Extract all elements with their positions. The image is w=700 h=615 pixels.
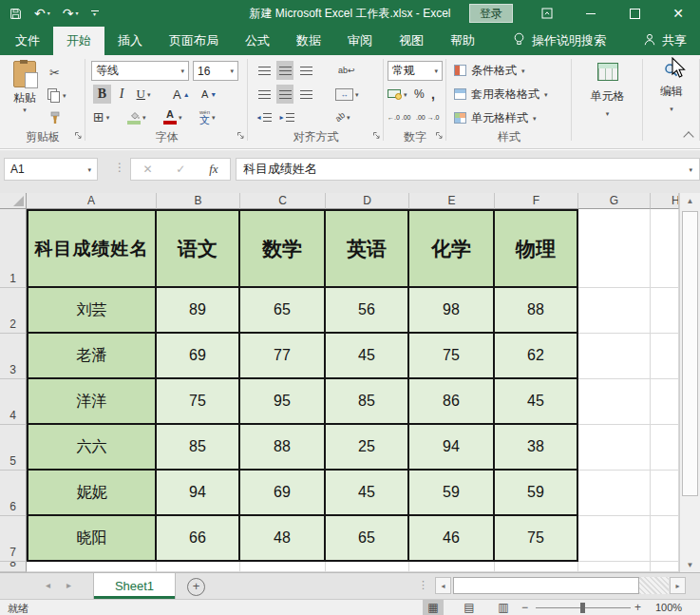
tell-me-search[interactable]: 操作说明搜索 bbox=[513, 27, 606, 55]
tab-data[interactable]: 数据 bbox=[283, 27, 334, 55]
cell-E4[interactable]: 86 bbox=[409, 379, 495, 425]
cell-H7[interactable] bbox=[651, 516, 679, 562]
fill-color-button[interactable]: ▾ bbox=[127, 107, 146, 126]
horizontal-scroll-thumb[interactable] bbox=[453, 577, 639, 594]
tab-file[interactable]: 文件 bbox=[2, 27, 53, 55]
cell-C4[interactable]: 95 bbox=[240, 379, 326, 425]
cell-B5[interactable]: 85 bbox=[157, 425, 240, 471]
view-page-break-icon[interactable]: ▥ bbox=[493, 600, 514, 615]
cell-E5[interactable]: 94 bbox=[409, 425, 495, 471]
orientation-button[interactable]: ab▾ bbox=[335, 107, 350, 126]
collapse-ribbon-button[interactable] bbox=[685, 133, 692, 141]
cell-B8[interactable] bbox=[157, 562, 240, 572]
ribbon-display-options-icon[interactable] bbox=[525, 0, 569, 27]
tab-formulas[interactable]: 公式 bbox=[232, 27, 283, 55]
cell-D2[interactable]: 56 bbox=[326, 288, 409, 334]
cell-B7[interactable]: 66 bbox=[157, 516, 240, 562]
cell-H3[interactable] bbox=[651, 334, 679, 379]
cell-G1[interactable] bbox=[578, 209, 651, 288]
redo-button[interactable]: ↷▾ bbox=[63, 7, 79, 20]
column-header-B[interactable]: B bbox=[157, 193, 240, 209]
conditional-formatting-button[interactable]: 条件格式▾ bbox=[454, 61, 525, 80]
formula-input[interactable]: 科目成绩姓名 ▾ bbox=[236, 158, 700, 181]
align-bottom-button[interactable] bbox=[297, 61, 314, 80]
tab-view[interactable]: 视图 bbox=[386, 27, 437, 55]
cell-G4[interactable] bbox=[578, 379, 651, 425]
align-left-button[interactable] bbox=[255, 85, 273, 104]
zoom-slider-thumb[interactable] bbox=[580, 603, 585, 613]
paste-button[interactable]: 粘贴 ▾ bbox=[8, 61, 42, 113]
borders-button[interactable]: ⊞▾ bbox=[93, 107, 109, 126]
format-painter-button[interactable] bbox=[49, 108, 61, 127]
cell-C7[interactable]: 48 bbox=[240, 516, 326, 562]
cell-A8[interactable] bbox=[27, 562, 157, 572]
cell-G7[interactable] bbox=[578, 516, 651, 562]
percent-style-button[interactable]: % bbox=[414, 85, 425, 104]
increase-indent-button[interactable]: ▸ bbox=[278, 107, 295, 126]
increase-decimal-button[interactable]: ←.0 .00 bbox=[388, 107, 411, 126]
number-format-select[interactable]: 常规▾ bbox=[388, 61, 443, 81]
cell-A4[interactable]: 洋洋 bbox=[27, 379, 157, 425]
column-header-D[interactable]: D bbox=[326, 193, 409, 209]
cell-D5[interactable]: 25 bbox=[326, 425, 409, 471]
alignment-dialog-launcher[interactable] bbox=[372, 126, 381, 144]
number-dialog-launcher[interactable] bbox=[435, 126, 444, 144]
view-normal-icon[interactable]: ▦ bbox=[423, 600, 444, 615]
cell-D7[interactable]: 65 bbox=[326, 516, 409, 562]
tab-review[interactable]: 审阅 bbox=[334, 27, 386, 55]
cell-D1[interactable]: 英语 bbox=[326, 209, 409, 288]
cell-F4[interactable]: 45 bbox=[495, 379, 578, 425]
align-right-button[interactable] bbox=[297, 85, 314, 104]
customize-qat-button[interactable]: ▾ bbox=[91, 10, 99, 17]
enter-icon[interactable]: ✓ bbox=[176, 163, 185, 176]
cell-G3[interactable] bbox=[578, 334, 651, 379]
wrap-text-button[interactable]: ab↩ bbox=[338, 61, 355, 80]
row-header-5[interactable]: 5 bbox=[0, 425, 27, 471]
name-box[interactable]: A1▾ bbox=[4, 158, 98, 181]
row-header-3[interactable]: 3 bbox=[0, 334, 27, 379]
cell-E7[interactable]: 46 bbox=[409, 516, 495, 562]
tab-home[interactable]: 开始 bbox=[53, 27, 104, 55]
sign-in-button[interactable]: 登录 bbox=[469, 4, 513, 23]
cells-button[interactable]: 单元格 ▾ bbox=[572, 63, 643, 117]
row-header-1[interactable]: 1 bbox=[0, 209, 27, 288]
close-button[interactable]: ✕ bbox=[656, 0, 700, 27]
zoom-out-button[interactable]: − bbox=[521, 601, 528, 614]
format-as-table-button[interactable]: 套用表格格式▾ bbox=[454, 85, 548, 104]
zoom-level[interactable]: 100% bbox=[655, 602, 682, 613]
cell-H4[interactable] bbox=[651, 379, 679, 425]
cell-C3[interactable]: 77 bbox=[240, 334, 326, 379]
cell-A1[interactable]: 科目成绩姓名 bbox=[27, 209, 157, 288]
cell-A5[interactable]: 六六 bbox=[27, 425, 157, 471]
decrease-indent-button[interactable]: ◂ bbox=[255, 107, 273, 126]
cell-C1[interactable]: 数学 bbox=[240, 209, 326, 288]
cell-H6[interactable] bbox=[651, 471, 679, 516]
cell-A3[interactable]: 老潘 bbox=[27, 334, 157, 379]
cell-F7[interactable]: 75 bbox=[495, 516, 578, 562]
font-color-button[interactable]: A ▾ bbox=[163, 107, 182, 126]
tab-scrollbar-splitter[interactable]: ⋮ bbox=[418, 579, 428, 591]
row-header-8[interactable]: 8 bbox=[0, 562, 27, 572]
cell-F2[interactable]: 88 bbox=[495, 288, 578, 334]
share-button[interactable]: 共享 bbox=[643, 27, 687, 55]
font-name-select[interactable]: 等线▾ bbox=[91, 61, 189, 81]
horizontal-scroll-resize[interactable] bbox=[639, 577, 669, 594]
column-header-G[interactable]: G bbox=[578, 193, 651, 209]
column-header-C[interactable]: C bbox=[240, 193, 326, 209]
zoom-in-button[interactable]: + bbox=[634, 601, 641, 614]
cell-styles-button[interactable]: 单元格样式▾ bbox=[454, 108, 537, 127]
cell-B3[interactable]: 69 bbox=[157, 334, 240, 379]
cell-H8[interactable] bbox=[651, 562, 679, 572]
font-size-select[interactable]: 16▾ bbox=[193, 61, 238, 81]
italic-button[interactable]: I bbox=[115, 85, 128, 104]
cell-C5[interactable]: 88 bbox=[240, 425, 326, 471]
sheet-nav-left-icon[interactable]: ◂ bbox=[46, 580, 50, 590]
row-header-2[interactable]: 2 bbox=[0, 288, 27, 334]
accounting-format-button[interactable]: ▾ bbox=[388, 85, 407, 104]
column-header-H[interactable]: H bbox=[651, 193, 679, 209]
bold-button[interactable]: B bbox=[93, 85, 111, 104]
cell-F8[interactable] bbox=[495, 562, 578, 572]
cell-B1[interactable]: 语文 bbox=[157, 209, 240, 288]
row-header-7[interactable]: 7 bbox=[0, 516, 27, 562]
cell-H5[interactable] bbox=[651, 425, 679, 471]
